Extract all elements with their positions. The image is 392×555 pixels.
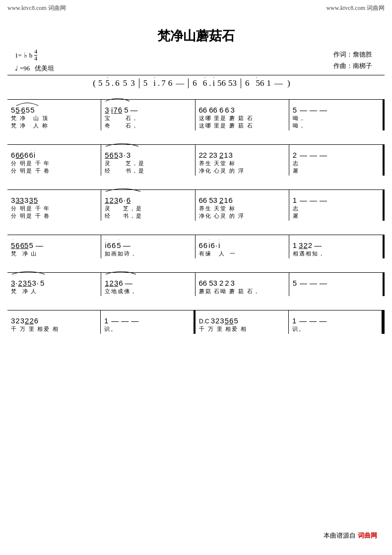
- music-row-4: 5· 6 65 5 — 梵 净 山 i· 66 5· — 如画如诗，: [7, 235, 385, 258]
- meta-right: 作词：詹德胜 作曲：南梆子: [333, 49, 372, 72]
- meta-left: 1= ♭ b 4 4 ♩ =96 优美坦: [15, 49, 54, 73]
- bar-4-1: 5· 6 65 5 — 梵 净 山: [7, 235, 101, 258]
- bar-2-4: 2——— 志 屠: [289, 145, 385, 176]
- music-row-2: 6 66 6 6· i· 分 明是 千 年 分 明是 千 卷 5 6 5: [7, 144, 385, 176]
- bar-6-2: 1 — — — 识。: [100, 310, 195, 334]
- bar-1-4: 5——— 呦， 呦，: [289, 100, 385, 130]
- bar-2-3: 22 23 2 1 3 养生 天堂 标 净化 心灵 的 浮: [195, 145, 289, 176]
- time-denominator: 4: [34, 55, 37, 62]
- bar-1-3: 6666663 这哪 里是 蘑 菇 石 这哪 里是 蘑 菇 石: [195, 100, 289, 130]
- flat-sign: ♭: [24, 51, 27, 60]
- style-label: 优美坦: [35, 64, 54, 73]
- bar-5-1: 3· 2 3 5 3· 5 梵 净 人: [7, 273, 101, 296]
- bar-4-3: 6 6 i· 6· i· 有缘 人 一: [195, 235, 289, 258]
- bar-2-2: 5 6 5 3· 3 灵 芝，是 经 书，是: [101, 145, 195, 176]
- bar-3-3: 66 53 2 1 6· 养生 天堂 标 净化 心灵 的 浮: [195, 190, 289, 221]
- bar-2-1: 6 66 6 6· i· 分 明是 千 年 分 明是 千 卷: [7, 145, 101, 176]
- bar-6-1: 3 2 3 2 2 6 千 万 里 相爱 相: [7, 310, 100, 334]
- bar-5-2: 1 2 3 6 — 立地成佛，: [101, 273, 195, 296]
- music-grid: 5 5·6 55 梵 净 山 顶 梵 净 人 称 3·i76 5: [7, 99, 385, 334]
- lyricist: 作词：詹德胜: [333, 49, 372, 60]
- bar-3-1: 3 33 3 3 5 分 明是 千 年 分 明是 千 卷: [7, 190, 101, 221]
- footer: 本曲谱源自 词曲网: [0, 531, 392, 540]
- song-title: 梵净山蘑菇石: [0, 27, 392, 45]
- music-row-5: 3· 2 3 5 3· 5 梵 净 人 1 2 3 6 — 立地成佛，: [7, 272, 385, 296]
- tempo-note: ♩: [15, 64, 18, 72]
- bar-6-4: 1 — — — 识。: [288, 310, 385, 334]
- footer-brand: 词曲网: [358, 531, 377, 540]
- tempo-value: =96: [20, 64, 30, 72]
- composer: 作曲：南梆子: [333, 60, 372, 71]
- music-row-3: 3 33 3 3 5 分 明是 千 年 分 明是 千 卷 1 2 3 6· 6 …: [7, 189, 385, 221]
- bar-4-4: 1 3 2 2 — 相遇相知，: [289, 235, 385, 258]
- watermark-left: www.ktvc8.com 词曲网: [7, 4, 66, 12]
- watermark-right: www.ktvc8.com 词曲网: [326, 4, 385, 12]
- bar-1-1: 5 5·6 55 梵 净 山 顶 梵 净 人 称: [7, 100, 101, 130]
- music-row-6: 3 2 3 2 2 6 千 万 里 相爱 相 1 — — — 识。 D.C 3 …: [7, 310, 385, 334]
- music-row-1: 5 5·6 55 梵 净 山 顶 梵 净 人 称 3·i76 5: [7, 99, 385, 130]
- bar-5-4: 5———: [289, 273, 385, 296]
- bar-3-4: 1——— 志 屠: [289, 190, 385, 221]
- key-note: b: [29, 52, 33, 60]
- bar-3-2: 1 2 3 6· 6 灵 芝，是 经 书，是: [101, 190, 195, 221]
- footer-source: 本曲谱源自: [324, 531, 356, 540]
- time-numerator: 4: [34, 49, 37, 55]
- intro-line: ( 5 5· . 6 5 3 5 i· . 7 6 — 6 6· . i· 56…: [7, 75, 385, 91]
- key-label: 1=: [15, 52, 22, 60]
- bar-5-3: 66 53 2 2 3 蘑菇 石呦 蘑 菇 石，: [195, 273, 289, 296]
- bar-4-2: i· 66 5· — 如画如诗，: [101, 235, 195, 258]
- bar-1-2: 3·i76 5 — 宝 石， 奇 石，: [101, 100, 195, 130]
- bar-6-3: D.C 3 2 3 5 6 5 千 万 里 相爱 相: [195, 310, 288, 334]
